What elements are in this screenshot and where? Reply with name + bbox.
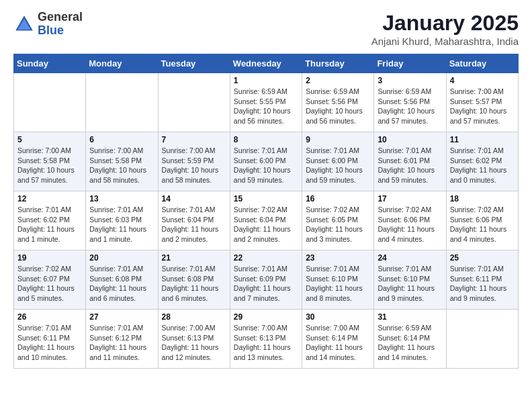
day-number: 1 (234, 76, 298, 85)
day-cell: 30Sunrise: 7:00 AM Sunset: 6:14 PM Dayli… (302, 310, 374, 369)
day-cell: 22Sunrise: 7:01 AM Sunset: 6:09 PM Dayli… (230, 250, 302, 310)
day-number: 8 (234, 135, 298, 144)
day-info: Sunrise: 7:00 AM Sunset: 6:13 PM Dayligh… (234, 323, 298, 363)
day-info: Sunrise: 7:01 AM Sunset: 6:08 PM Dayligh… (89, 264, 154, 304)
day-cell: 1Sunrise: 6:59 AM Sunset: 5:55 PM Daylig… (230, 73, 302, 132)
logo-icon (13, 13, 35, 35)
col-header-sunday: Sunday (14, 54, 86, 73)
day-info: Sunrise: 7:00 AM Sunset: 6:14 PM Dayligh… (306, 323, 370, 363)
calendar-body: 1Sunrise: 6:59 AM Sunset: 5:55 PM Daylig… (14, 73, 519, 369)
day-info: Sunrise: 7:00 AM Sunset: 5:59 PM Dayligh… (162, 146, 226, 185)
col-header-thursday: Thursday (302, 54, 374, 73)
day-cell: 29Sunrise: 7:00 AM Sunset: 6:13 PM Dayli… (230, 310, 302, 369)
day-cell: 5Sunrise: 7:00 AM Sunset: 5:58 PM Daylig… (14, 132, 86, 191)
day-info: Sunrise: 6:59 AM Sunset: 6:14 PM Dayligh… (378, 323, 442, 363)
day-cell: 9Sunrise: 7:01 AM Sunset: 6:00 PM Daylig… (302, 132, 374, 191)
day-cell: 23Sunrise: 7:01 AM Sunset: 6:10 PM Dayli… (302, 250, 374, 310)
day-cell: 15Sunrise: 7:02 AM Sunset: 6:04 PM Dayli… (230, 191, 302, 250)
day-cell: 25Sunrise: 7:01 AM Sunset: 6:11 PM Dayli… (446, 250, 518, 310)
day-cell (86, 73, 158, 132)
day-cell (14, 73, 86, 132)
day-cell: 14Sunrise: 7:01 AM Sunset: 6:04 PM Dayli… (158, 191, 230, 250)
day-info: Sunrise: 6:59 AM Sunset: 5:55 PM Dayligh… (234, 87, 298, 126)
logo: General Blue (13, 11, 83, 38)
day-cell: 12Sunrise: 7:01 AM Sunset: 6:02 PM Dayli… (14, 191, 86, 250)
day-number: 3 (378, 76, 442, 85)
week-row-3: 12Sunrise: 7:01 AM Sunset: 6:02 PM Dayli… (14, 191, 519, 250)
day-number: 25 (450, 253, 515, 263)
day-cell: 2Sunrise: 6:59 AM Sunset: 5:56 PM Daylig… (302, 73, 374, 132)
day-info: Sunrise: 7:01 AM Sunset: 6:00 PM Dayligh… (234, 146, 298, 185)
day-cell: 26Sunrise: 7:01 AM Sunset: 6:11 PM Dayli… (14, 310, 86, 369)
day-cell: 7Sunrise: 7:00 AM Sunset: 5:59 PM Daylig… (158, 132, 230, 191)
day-info: Sunrise: 7:00 AM Sunset: 5:57 PM Dayligh… (450, 87, 515, 126)
day-info: Sunrise: 7:02 AM Sunset: 6:05 PM Dayligh… (306, 205, 370, 244)
day-info: Sunrise: 7:01 AM Sunset: 6:00 PM Dayligh… (306, 146, 370, 185)
day-cell (158, 73, 230, 132)
day-info: Sunrise: 7:01 AM Sunset: 6:12 PM Dayligh… (89, 323, 154, 363)
title-block: January 2025 Anjani Khurd, Maharashtra, … (371, 11, 519, 47)
day-cell: 6Sunrise: 7:00 AM Sunset: 5:58 PM Daylig… (86, 132, 158, 191)
day-number: 21 (162, 253, 226, 263)
day-number: 23 (306, 253, 370, 263)
day-cell: 31Sunrise: 6:59 AM Sunset: 6:14 PM Dayli… (374, 310, 446, 369)
day-number: 22 (234, 253, 298, 263)
day-number: 15 (234, 194, 298, 203)
day-number: 12 (17, 194, 82, 203)
logo-text: General Blue (38, 11, 83, 38)
day-info: Sunrise: 7:02 AM Sunset: 6:04 PM Dayligh… (234, 205, 298, 244)
day-number: 20 (89, 253, 154, 263)
week-row-2: 5Sunrise: 7:00 AM Sunset: 5:58 PM Daylig… (14, 132, 519, 191)
col-header-saturday: Saturday (446, 54, 518, 73)
day-number: 16 (306, 194, 370, 203)
day-cell: 8Sunrise: 7:01 AM Sunset: 6:00 PM Daylig… (230, 132, 302, 191)
day-number: 6 (89, 135, 154, 144)
day-info: Sunrise: 7:02 AM Sunset: 6:06 PM Dayligh… (378, 205, 442, 244)
day-number: 28 (162, 312, 226, 322)
col-header-wednesday: Wednesday (230, 54, 302, 73)
day-number: 19 (17, 253, 82, 263)
day-number: 30 (306, 312, 370, 322)
calendar-header: SundayMondayTuesdayWednesdayThursdayFrid… (14, 54, 519, 73)
page: General Blue January 2025 Anjani Khurd, … (0, 0, 532, 379)
day-info: Sunrise: 7:01 AM Sunset: 6:04 PM Dayligh… (162, 205, 226, 244)
day-info: Sunrise: 7:02 AM Sunset: 6:06 PM Dayligh… (450, 205, 515, 244)
day-number: 2 (306, 76, 370, 85)
day-number: 27 (89, 312, 154, 322)
day-number: 24 (378, 253, 442, 263)
day-info: Sunrise: 7:00 AM Sunset: 6:13 PM Dayligh… (162, 323, 226, 363)
day-cell: 19Sunrise: 7:02 AM Sunset: 6:07 PM Dayli… (14, 250, 86, 310)
day-info: Sunrise: 7:01 AM Sunset: 6:02 PM Dayligh… (450, 146, 515, 185)
day-number: 10 (378, 135, 442, 144)
header: General Blue January 2025 Anjani Khurd, … (13, 11, 519, 47)
day-info: Sunrise: 6:59 AM Sunset: 5:56 PM Dayligh… (306, 87, 370, 126)
day-cell: 28Sunrise: 7:00 AM Sunset: 6:13 PM Dayli… (158, 310, 230, 369)
day-cell: 4Sunrise: 7:00 AM Sunset: 5:57 PM Daylig… (446, 73, 518, 132)
day-cell (446, 310, 518, 369)
day-number: 11 (450, 135, 515, 144)
week-row-4: 19Sunrise: 7:02 AM Sunset: 6:07 PM Dayli… (14, 250, 519, 310)
day-info: Sunrise: 7:01 AM Sunset: 6:02 PM Dayligh… (17, 205, 82, 244)
day-info: Sunrise: 7:00 AM Sunset: 5:58 PM Dayligh… (89, 146, 154, 185)
header-row: SundayMondayTuesdayWednesdayThursdayFrid… (14, 54, 519, 73)
day-number: 18 (450, 194, 515, 203)
day-number: 31 (378, 312, 442, 322)
day-info: Sunrise: 7:01 AM Sunset: 6:09 PM Dayligh… (234, 264, 298, 304)
day-number: 4 (450, 76, 515, 85)
day-info: Sunrise: 7:01 AM Sunset: 6:11 PM Dayligh… (17, 323, 82, 363)
day-info: Sunrise: 7:01 AM Sunset: 6:01 PM Dayligh… (378, 146, 442, 185)
day-cell: 27Sunrise: 7:01 AM Sunset: 6:12 PM Dayli… (86, 310, 158, 369)
day-number: 29 (234, 312, 298, 322)
calendar-subtitle: Anjani Khurd, Maharashtra, India (371, 36, 519, 47)
day-info: Sunrise: 7:01 AM Sunset: 6:10 PM Dayligh… (306, 264, 370, 304)
col-header-friday: Friday (374, 54, 446, 73)
calendar-table: SundayMondayTuesdayWednesdayThursdayFrid… (13, 54, 519, 369)
day-number: 7 (162, 135, 226, 144)
day-cell: 16Sunrise: 7:02 AM Sunset: 6:05 PM Dayli… (302, 191, 374, 250)
col-header-monday: Monday (86, 54, 158, 73)
day-cell: 11Sunrise: 7:01 AM Sunset: 6:02 PM Dayli… (446, 132, 518, 191)
day-info: Sunrise: 7:00 AM Sunset: 5:58 PM Dayligh… (17, 146, 82, 185)
day-cell: 18Sunrise: 7:02 AM Sunset: 6:06 PM Dayli… (446, 191, 518, 250)
day-cell: 17Sunrise: 7:02 AM Sunset: 6:06 PM Dayli… (374, 191, 446, 250)
day-info: Sunrise: 7:02 AM Sunset: 6:07 PM Dayligh… (17, 264, 82, 304)
